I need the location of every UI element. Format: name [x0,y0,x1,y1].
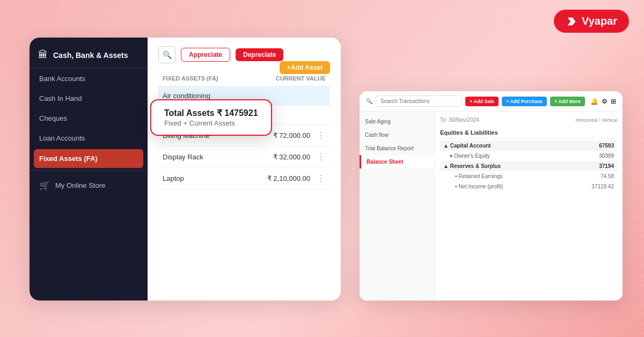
sidebar-item-loan-accounts[interactable]: Loan Accounts [30,128,148,148]
account-label: ▲ Reserves & Surplus [443,163,501,169]
sidebar-item-my-online-store[interactable]: 🛒 My Online Store [30,173,148,198]
right-top-bar: 🔍 + Add Sale + Add Purchase + Add More 🔔… [360,91,623,112]
add-purchase-button[interactable]: + Add Purchase [502,97,547,106]
tooltip-box: Total Assets ₹ 1475921 Fixed + Current A… [150,99,272,136]
search-small-icon: 🔍 [366,98,372,104]
account-value: 67593 [599,143,614,149]
equities-section: Equities & Liabilities ▲ Capital Account… [440,127,617,192]
table-row[interactable]: Display Rack ₹ 32,000.00 ⋮ [158,146,330,168]
search-icon: 🔍 [163,50,172,59]
sidebar-item-sale-aging[interactable]: Sale Aging [360,115,434,128]
account-row[interactable]: • Net Income (profit) 37119.42 [440,181,617,192]
section-title: Equities & Liabilities [440,127,617,138]
main-content: 🔍 Appreciate Depreciate +Add Asset FIXED… [148,38,341,301]
add-sale-button[interactable]: + Add Sale [465,97,499,106]
left-panel: 🏛 Cash, Bank & Assets Bank Accounts Cash… [30,38,341,301]
sidebar-header-text: Cash, Bank & Assets [53,51,128,60]
bell-icon[interactable]: 🔔 [590,98,598,105]
asset-value: ₹ 32,000.00 [273,153,310,161]
bank-icon: 🏛 [38,49,48,61]
sidebar-item-cheques[interactable]: Cheques [30,108,148,128]
account-row[interactable]: ▾ Owner's Equity 30399 [440,151,617,161]
sidebar-item-balance-sheet[interactable]: Balance Sheet [360,155,434,169]
right-content: Sale Aging Cash flow Trial Balance Repor… [360,112,623,301]
right-panel: 🔍 + Add Sale + Add Purchase + Add More 🔔… [360,91,623,301]
sidebar-item-trial-balance[interactable]: Trial Balance Report [360,142,434,155]
settings-icon[interactable]: ⚙ [602,98,608,105]
asset-value: ₹ 72,000.00 [273,131,310,140]
sidebar-label-cash: Cash In Hand [39,94,82,102]
right-sidebar: Sale Aging Cash flow Trial Balance Repor… [360,112,435,301]
account-row[interactable]: ▲ Reserves & Surplus 37194 [440,161,617,171]
sidebar-divider [30,170,148,171]
tooltip-subtitle: Fixed + Current Assets [164,119,258,127]
table-row[interactable]: Laptop ₹ 2,10,000.00 ⋮ [158,168,330,189]
sidebar-item-fixed-assets[interactable]: Fixed Assets (FA) [34,149,143,168]
appreciate-button[interactable]: Appreciate [181,48,230,62]
right-main: To: 30/Nov/2024 Horizontal / Vertical Eq… [435,112,623,301]
row-menu-icon[interactable]: ⋮ [317,152,326,162]
menu-label: Cash flow [365,132,389,138]
store-icon: 🛒 [39,180,50,191]
balance-date: To: 30/Nov/2024 [440,117,479,123]
svg-marker-0 [568,17,576,25]
sidebar-label-cheques: Cheques [39,114,67,122]
row-menu-icon[interactable]: ⋮ [317,173,326,184]
account-value: 37119.42 [591,184,614,189]
asset-name: Display Rack [163,153,273,161]
sidebar-label-fixed-assets: Fixed Assets (FA) [39,155,98,163]
sidebar-item-cash-flow[interactable]: Cash flow [360,128,434,142]
account-label: ▲ Capital Account [443,143,491,149]
asset-name: Air conditioning [163,92,326,100]
sidebar-label-bank: Bank Accounts [39,75,85,83]
toggle-labels: Horizontal / Vertical [575,118,617,123]
sidebar-header: 🏛 Cash, Bank & Assets [30,38,148,69]
row-menu-icon[interactable]: ⋮ [317,130,326,141]
sidebar-item-cash-in-hand[interactable]: Cash In Hand [30,89,148,108]
menu-label: Trial Balance Report [365,145,414,151]
account-row[interactable]: ▲ Capital Account 67593 [440,141,617,151]
sidebar: 🏛 Cash, Bank & Assets Bank Accounts Cash… [30,38,148,301]
account-value: 30399 [599,153,614,159]
depreciate-button[interactable]: Depreciate [236,48,283,61]
search-button[interactable]: 🔍 [158,46,175,63]
tooltip-title: Total Assets ₹ 1475921 [164,108,258,118]
account-label: Net Income (profit) [458,184,503,189]
asset-name: Laptop [163,174,267,182]
account-value: 74.58 [601,173,614,179]
sidebar-item-bank-accounts[interactable]: Bank Accounts [30,69,148,89]
account-label: Retained Earnings [458,173,502,179]
balance-header: To: 30/Nov/2024 Horizontal / Vertical [440,117,617,123]
account-value: 37194 [599,163,614,169]
logo-icon [566,16,577,27]
account-row[interactable]: • Retained Earnings 74.58 [440,171,617,181]
menu-label: Sale Aging [365,119,391,124]
account-label: Owner's Equity [454,153,490,159]
grid-icon[interactable]: ⊞ [611,98,616,105]
add-more-button[interactable]: + Add More [550,97,585,106]
col-current-value: CURRENT VALUE [276,75,326,82]
col-fixed-assets: FIXED ASSETS (FA) [163,75,218,82]
sidebar-label-loan: Loan Accounts [39,134,85,142]
vyapar-logo: Vyapar [554,10,629,33]
logo-text: Vyapar [582,15,617,27]
menu-label: Balance Sheet [367,159,403,165]
add-asset-button[interactable]: +Add Asset [280,61,330,74]
asset-value: ₹ 2,10,000.00 [267,174,310,182]
search-transactions-input[interactable] [376,96,462,107]
sidebar-label-store: My Online Store [55,181,105,189]
